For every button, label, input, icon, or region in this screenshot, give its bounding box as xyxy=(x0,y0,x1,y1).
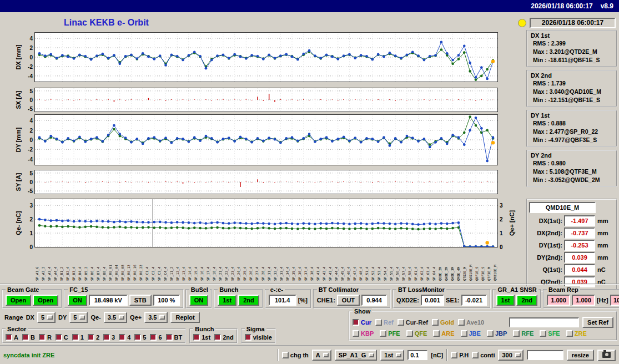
fc15-pct-field: 100 % xyxy=(153,295,180,306)
checkbox-kbp[interactable]: KBP xyxy=(353,330,374,337)
checkbox-b[interactable]: B xyxy=(22,334,35,341)
checkbox-box[interactable] xyxy=(245,334,251,341)
screenshot-button[interactable] xyxy=(597,350,616,361)
ref-name-input[interactable] xyxy=(509,317,579,327)
checkbox-3[interactable]: 3 xyxy=(103,334,115,341)
device-label: SP_35_4 xyxy=(291,249,296,281)
bunch-2nd-button[interactable]: 2nd xyxy=(238,295,259,306)
ph-checkbox[interactable]: P.H xyxy=(451,352,469,358)
checkbox-box[interactable] xyxy=(134,334,141,341)
range-dy-select[interactable]: 5 xyxy=(69,312,88,323)
checkbox-box[interactable] xyxy=(214,334,221,341)
device-label: SP_15_4 xyxy=(193,249,199,281)
checkbox-rfe[interactable]: RFE xyxy=(513,330,534,337)
range-dx-select[interactable]: 5 xyxy=(37,312,56,323)
checkbox-ref[interactable]: Ref xyxy=(375,319,394,326)
checkbox-cur[interactable]: Cur xyxy=(353,319,371,326)
checkbox-box[interactable] xyxy=(380,330,386,337)
checkbox-6[interactable]: 6 xyxy=(150,334,162,341)
checkbox-pfe[interactable]: PFE xyxy=(380,330,400,337)
qmd-row-dx-2nd-: DX(2nd):-0.737mm xyxy=(529,228,615,239)
checkbox-box[interactable] xyxy=(458,319,465,326)
checkbox-a[interactable]: A xyxy=(6,334,18,341)
replot-button[interactable]: Replot xyxy=(170,312,199,323)
range-qem-select[interactable]: 3.5 xyxy=(104,312,127,323)
checkbox-visible[interactable]: visible xyxy=(245,334,272,341)
checkbox-box[interactable] xyxy=(6,334,12,341)
device-select[interactable]: SP_A1_G xyxy=(335,350,378,361)
chg-th-mode-select[interactable]: A xyxy=(312,350,331,361)
busel-on-button[interactable]: ON xyxy=(189,295,209,306)
checkbox-1[interactable]: 1 xyxy=(72,334,84,341)
checkbox-box[interactable] xyxy=(406,330,413,337)
plot-dx[interactable]: DX [mm]420-2-4 xyxy=(34,32,498,82)
checkbox-box[interactable] xyxy=(461,330,467,337)
bunch-1st-button[interactable]: 1st xyxy=(218,295,236,306)
checkbox-box[interactable] xyxy=(166,334,173,341)
checkbox-box[interactable] xyxy=(150,334,157,341)
axis-label-qe: Qe- [nC] xyxy=(15,211,22,235)
checkbox-box[interactable] xyxy=(56,334,62,341)
checkbox-box[interactable] xyxy=(22,334,29,341)
checkbox-box[interactable] xyxy=(103,334,110,341)
checkbox-4[interactable]: 4 xyxy=(119,334,130,341)
checkbox-sfe[interactable]: SFE xyxy=(540,330,560,337)
beam-gate-open1-button[interactable]: Open xyxy=(6,295,31,306)
set-ref-button[interactable]: Set Ref xyxy=(582,317,613,328)
checkbox-5[interactable]: 5 xyxy=(134,334,146,341)
checkbox-r[interactable]: R xyxy=(39,334,52,341)
checkbox-gold[interactable]: Gold xyxy=(432,319,454,326)
checkbox-jbp[interactable]: JBP xyxy=(487,330,507,337)
checkbox-box[interactable] xyxy=(487,330,494,337)
conti-checkbox[interactable]: conti xyxy=(472,352,495,358)
checkbox-qfe[interactable]: QFE xyxy=(406,330,427,337)
gr-a1-1st-button[interactable]: 1st xyxy=(496,295,515,306)
checkbox-ave10[interactable]: Ave10 xyxy=(458,319,484,326)
checkbox-bt[interactable]: BT xyxy=(166,334,183,341)
plot-sx[interactable]: SX [A]50-5 xyxy=(34,88,498,112)
filename-input[interactable] xyxy=(527,350,563,360)
device-label: SP_B2_4 xyxy=(65,249,71,281)
checkbox-zre[interactable]: ZRE xyxy=(566,330,587,337)
resize-button[interactable]: resize xyxy=(567,350,594,361)
checkbox-box[interactable] xyxy=(353,319,359,326)
threshold-input[interactable] xyxy=(407,350,427,360)
checkbox-box[interactable] xyxy=(397,319,404,326)
gr-a1-2nd-button[interactable]: 2nd xyxy=(516,295,537,306)
fc15-stb-button[interactable]: STB xyxy=(129,295,152,306)
device-label: SP_47_4 xyxy=(352,249,358,281)
checkbox-1st[interactable]: 1st xyxy=(193,334,210,341)
checkbox-box[interactable] xyxy=(39,334,46,341)
checkbox-box[interactable] xyxy=(433,330,440,337)
checkbox-box[interactable] xyxy=(375,319,382,326)
plot-sy[interactable]: SY [A]50-5 xyxy=(34,170,498,194)
checkbox-box[interactable] xyxy=(119,334,125,341)
range-qep-select[interactable]: 3.5 xyxy=(144,312,168,323)
checkbox-box[interactable] xyxy=(193,334,200,341)
bunch-order-select[interactable]: 1st xyxy=(380,350,404,361)
checkbox-box[interactable] xyxy=(282,352,289,358)
checkbox-box[interactable] xyxy=(72,334,79,341)
checkbox-2[interactable]: 2 xyxy=(88,334,99,341)
checkbox-cur-ref[interactable]: Cur-Ref xyxy=(397,319,428,326)
chg-th-checkbox[interactable]: chg th xyxy=(282,352,309,358)
interval-select[interactable]: 300 xyxy=(498,350,523,361)
checkbox-box[interactable] xyxy=(566,330,573,337)
plot-dy[interactable]: DY [mm]420-2-4 xyxy=(34,114,498,165)
che1-out-button[interactable]: OUT xyxy=(337,295,360,306)
checkbox-box[interactable] xyxy=(451,352,457,358)
checkbox-are[interactable]: ARE xyxy=(433,330,454,337)
checkbox-box[interactable] xyxy=(513,330,520,337)
checkbox-box[interactable] xyxy=(472,352,479,358)
checkbox-2nd[interactable]: 2nd xyxy=(214,334,234,341)
qmd-row-q-2nd-: Q(2nd):0.039nC xyxy=(529,276,615,287)
beam-gate-open2-button[interactable]: Open xyxy=(33,295,58,306)
checkbox-jbe[interactable]: JBE xyxy=(461,330,481,337)
checkbox-box[interactable] xyxy=(540,330,546,337)
plot-qe[interactable]: Qe- [nC]32103210Qe+ [nC] xyxy=(34,199,498,247)
checkbox-box[interactable] xyxy=(432,319,439,326)
checkbox-c[interactable]: C xyxy=(56,334,68,341)
checkbox-box[interactable] xyxy=(353,330,359,337)
fc15-on-button[interactable]: ON xyxy=(68,295,87,306)
checkbox-box[interactable] xyxy=(88,334,94,341)
